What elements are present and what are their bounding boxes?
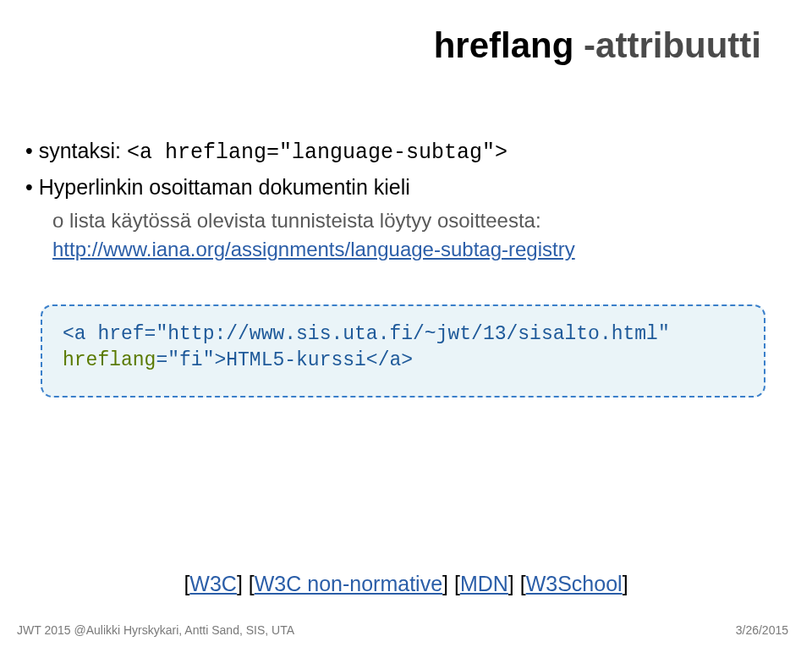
link-mdn[interactable]: MDN [460, 572, 508, 595]
link-w3c-nn[interactable]: W3C non-normative [255, 572, 442, 595]
sub-bullet: lista käytössä olevista tunnisteista löy… [52, 206, 778, 266]
title-rest: -attribuutti [573, 25, 761, 65]
content-area: syntaksi: <a hreflang="language-subtag">… [25, 135, 778, 265]
meaning-text: Hyperlinkin osoittaman dokumentin kieli [39, 175, 410, 199]
registry-link[interactable]: http://www.iana.org/assignments/language… [52, 238, 575, 260]
footer-links: [W3C] [W3C non-normative] [MDN] [W3Schoo… [0, 572, 812, 596]
code-example-box: <a href="http://www.sis.uta.fi/~jwt/13/s… [41, 304, 765, 398]
code-line-1: <a href="http://www.sis.uta.fi/~jwt/13/s… [63, 321, 743, 348]
bullet-meaning: Hyperlinkin osoittaman dokumentin kieli [25, 172, 778, 202]
title-keyword: hreflang [434, 25, 574, 65]
slide-title: hreflang -attribuutti [434, 25, 761, 66]
link-w3c[interactable]: W3C [189, 572, 237, 595]
code-line-2: hreflang="fi">HTML5-kurssi</a> [63, 348, 743, 374]
code-line-2-rest: ="fi">HTML5-kurssi</a> [156, 349, 413, 371]
syntax-label: syntaksi: [39, 139, 121, 162]
sub-text: lista käytössä olevista tunnisteista löy… [69, 209, 541, 232]
link-w3school[interactable]: W3School [526, 572, 623, 595]
bullet-syntax: syntaksi: <a hreflang="language-subtag"> [25, 135, 778, 168]
code-attr-keyword: hreflang [63, 349, 156, 371]
footer-copyright: JWT 2015 @Aulikki Hyrskykari, Antti Sand… [17, 623, 294, 637]
footer-date: 3/26/2015 [736, 623, 788, 637]
slide: hreflang -attribuutti syntaksi: <a hrefl… [0, 0, 812, 647]
syntax-code: <a hreflang="language-subtag"> [127, 140, 508, 165]
